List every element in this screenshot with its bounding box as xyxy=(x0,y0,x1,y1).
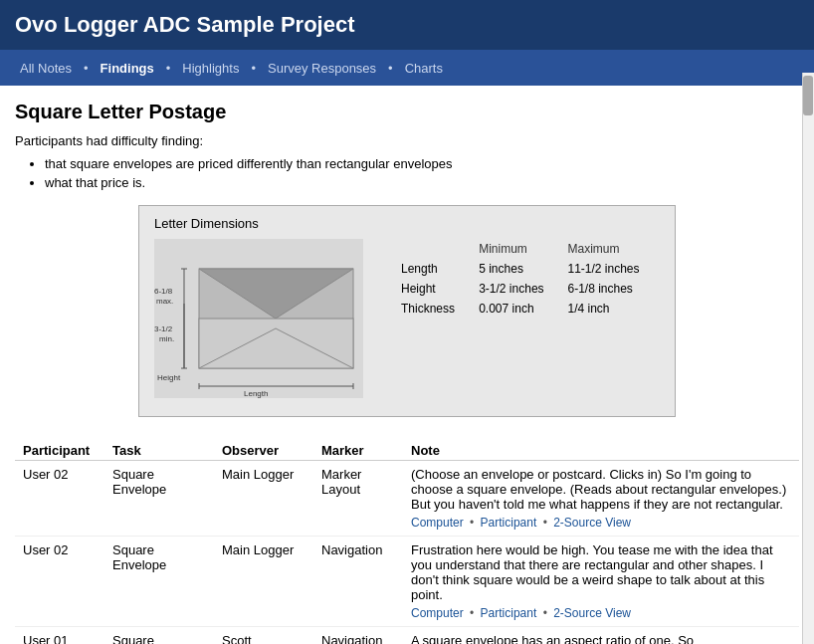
link-source-view-2[interactable]: 2-Source View xyxy=(553,606,631,620)
cell-participant-2: User 02 xyxy=(15,537,104,627)
nav-bar: All Notes • Findings • Highlights • Surv… xyxy=(0,50,814,86)
link-source-view-1[interactable]: 2-Source View xyxy=(553,516,631,530)
diagram-row-thickness-label: Thickness xyxy=(393,299,471,319)
bullet-item-2: what that price is. xyxy=(45,175,799,190)
cell-note-3: A square envelope has an aspect ratio of… xyxy=(403,627,799,645)
table-row: User 01 Square Scott Navigation A square… xyxy=(15,627,799,645)
diagram-data-table: Minimum Maximum Length 5 inches 11-1/2 i… xyxy=(393,239,660,401)
nav-dot-4: • xyxy=(388,61,393,76)
nav-dot-2: • xyxy=(166,61,171,76)
svg-text:6-1/8: 6-1/8 xyxy=(154,287,173,296)
th-note: Note xyxy=(403,437,799,461)
cell-observer-3: Scott xyxy=(214,627,313,645)
source-links-1: Computer • Participant • 2-Source View xyxy=(411,516,791,530)
diagram-row-length: Length 5 inches 11-1/2 inches xyxy=(393,259,660,279)
nav-item-findings[interactable]: Findings xyxy=(91,53,164,84)
diagram-row-height-label: Height xyxy=(393,279,471,299)
letter-dimensions-diagram: Letter Dimensions 6-1/8 max. xyxy=(138,205,676,417)
diagram-row-height: Height 3-1/2 inches 6-1/8 inches xyxy=(393,279,660,299)
table-row: User 02 SquareEnvelope Main Logger Navig… xyxy=(15,537,799,627)
scroll-thumb[interactable] xyxy=(803,76,813,115)
app-header: Ovo Logger ADC Sample Project xyxy=(0,0,814,50)
svg-rect-12 xyxy=(199,319,353,368)
cell-participant-1: User 02 xyxy=(15,461,104,537)
link-computer-2[interactable]: Computer xyxy=(411,606,464,620)
nav-item-highlights[interactable]: Highlights xyxy=(172,53,249,84)
diagram-col-max: Maximum xyxy=(560,239,661,259)
cell-observer-2: Main Logger xyxy=(214,537,313,627)
link-computer-1[interactable]: Computer xyxy=(411,516,464,530)
bullet-list: that square envelopes are priced differe… xyxy=(45,156,799,190)
th-observer: Observer xyxy=(214,437,313,461)
svg-text:min.: min. xyxy=(159,334,174,343)
cell-task-2: SquareEnvelope xyxy=(104,537,214,627)
intro-text: Participants had difficulty finding: xyxy=(15,133,799,148)
app-title: Ovo Logger ADC Sample Project xyxy=(15,12,799,38)
diagram-row-height-min: 3-1/2 inches xyxy=(471,279,559,299)
nav-item-charts[interactable]: Charts xyxy=(395,53,453,84)
diagram-row-length-label: Length xyxy=(393,259,471,279)
cell-marker-3: Navigation xyxy=(313,627,403,645)
cell-participant-3: User 01 xyxy=(15,627,104,645)
diagram-title: Letter Dimensions xyxy=(154,216,660,231)
nav-dot-3: • xyxy=(251,61,256,76)
cell-note-1: (Choose an envelope or postcard. Clicks … xyxy=(403,461,799,537)
nav-dot-1: • xyxy=(84,61,89,76)
note-text-3: A square envelope has an aspect ratio of… xyxy=(411,633,694,644)
svg-text:Height: Height xyxy=(157,373,181,382)
cell-observer-1: Main Logger xyxy=(214,461,313,537)
main-content: Square Letter Postage Participants had d… xyxy=(0,86,814,644)
cell-note-2: Frustration here would be high. You teas… xyxy=(403,537,799,627)
diagram-col-label xyxy=(393,239,471,259)
table-row: User 02 SquareEnvelope Main Logger Marke… xyxy=(15,461,799,537)
th-participant: Participant xyxy=(15,437,104,461)
svg-text:Length: Length xyxy=(244,389,268,398)
source-links-2: Computer • Participant • 2-Source View xyxy=(411,606,791,620)
cell-task-3: Square xyxy=(104,627,214,645)
th-task: Task xyxy=(104,437,214,461)
th-marker: Marker xyxy=(313,437,403,461)
cell-marker-2: Navigation xyxy=(313,537,403,627)
diagram-col-min: Minimum xyxy=(471,239,559,259)
link-participant-2[interactable]: Participant xyxy=(481,606,537,620)
diagram-row-height-max: 6-1/8 inches xyxy=(560,279,661,299)
svg-text:max.: max. xyxy=(156,297,173,306)
diagram-row-thickness: Thickness 0.007 inch 1/4 inch xyxy=(393,299,660,319)
note-text-2: Frustration here would be high. You teas… xyxy=(411,542,773,602)
nav-item-all-notes[interactable]: All Notes xyxy=(10,53,82,84)
diagram-row-thickness-min: 0.007 inch xyxy=(471,299,559,319)
diagram-row-length-min: 5 inches xyxy=(471,259,559,279)
svg-text:3-1/2: 3-1/2 xyxy=(154,324,173,333)
bullet-item-1: that square envelopes are priced differe… xyxy=(45,156,799,171)
diagram-row-thickness-max: 1/4 inch xyxy=(560,299,661,319)
scrollbar[interactable] xyxy=(802,73,814,644)
cell-task-1: SquareEnvelope xyxy=(104,461,214,537)
nav-item-survey-responses[interactable]: Survey Responses xyxy=(258,53,386,84)
note-text-1: (Choose an envelope or postcard. Clicks … xyxy=(411,467,786,512)
diagram-image: 6-1/8 max. 3-1/2 min. Height xyxy=(154,239,373,401)
observations-table: Participant Task Observer Marker Note Us… xyxy=(15,437,799,644)
page-title: Square Letter Postage xyxy=(15,101,799,123)
diagram-row-length-max: 11-1/2 inches xyxy=(560,259,661,279)
cell-marker-1: MarkerLayout xyxy=(313,461,403,537)
link-participant-1[interactable]: Participant xyxy=(481,516,537,530)
